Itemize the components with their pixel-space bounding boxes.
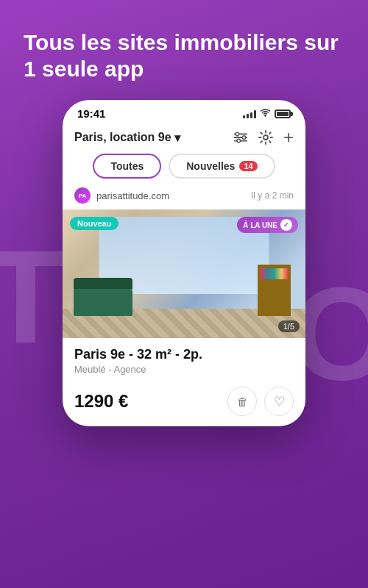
delete-button[interactable] (227, 387, 257, 416)
wifi-icon (260, 108, 271, 119)
source-row: PA parisattitude.com Il y a 2 min (63, 187, 305, 209)
chevron-down-icon: ▾ (174, 131, 180, 145)
hero-section: Tous les sites immobiliers sur 1 seule a… (0, 0, 368, 100)
location-text: Paris, location 9e (74, 131, 171, 144)
action-buttons (227, 387, 294, 416)
svg-point-5 (242, 136, 246, 140)
property-subtitle: Meublé - Agence (74, 364, 294, 375)
tab-toutes[interactable]: Toutes (93, 154, 161, 179)
listing-price: 1290 € (74, 391, 128, 412)
property-details: Paris 9e - 32 m² - 2p. Meublé - Agence (63, 338, 305, 375)
settings-button[interactable] (258, 130, 273, 145)
svg-point-7 (263, 135, 268, 140)
phone-mockup: 19:41 Par (63, 100, 305, 426)
tabs-row: Toutes Nouvelles 14 (63, 154, 305, 187)
tab-nouvelles[interactable]: Nouvelles 14 (169, 154, 275, 179)
svg-point-6 (237, 139, 241, 143)
app-header: Paris, location 9e ▾ + (63, 123, 305, 154)
hero-title: Tous les sites immobiliers sur 1 seule a… (24, 29, 344, 82)
status-bar: 19:41 (63, 100, 305, 123)
favorite-button[interactable] (264, 387, 294, 416)
image-counter: 1/5 (278, 320, 300, 332)
price-row: 1290 € (63, 384, 305, 426)
source-name: parisattitude.com (96, 190, 169, 201)
tag-alaune: À LA UNE ✓ (237, 217, 298, 233)
nouvelles-badge: 14 (239, 161, 257, 171)
add-button[interactable]: + (283, 129, 294, 146)
verified-icon: ✓ (280, 219, 292, 231)
header-actions: + (233, 129, 294, 146)
property-image[interactable]: Nouveau À LA UNE ✓ 1/5 (63, 209, 305, 338)
svg-point-4 (236, 132, 239, 136)
signal-icon (243, 110, 256, 118)
status-time: 19:41 (77, 107, 105, 120)
source-logo: PA (74, 187, 91, 204)
battery-icon (275, 110, 291, 118)
filter-button[interactable] (233, 130, 248, 145)
location-selector[interactable]: Paris, location 9e ▾ (74, 131, 180, 145)
source-info: PA parisattitude.com (74, 187, 169, 204)
svg-point-0 (264, 115, 266, 116)
tag-nouveau: Nouveau (70, 217, 118, 230)
status-icons (243, 108, 291, 119)
time-ago: Il y a 2 min (251, 190, 294, 201)
property-title: Paris 9e - 32 m² - 2p. (74, 347, 294, 362)
